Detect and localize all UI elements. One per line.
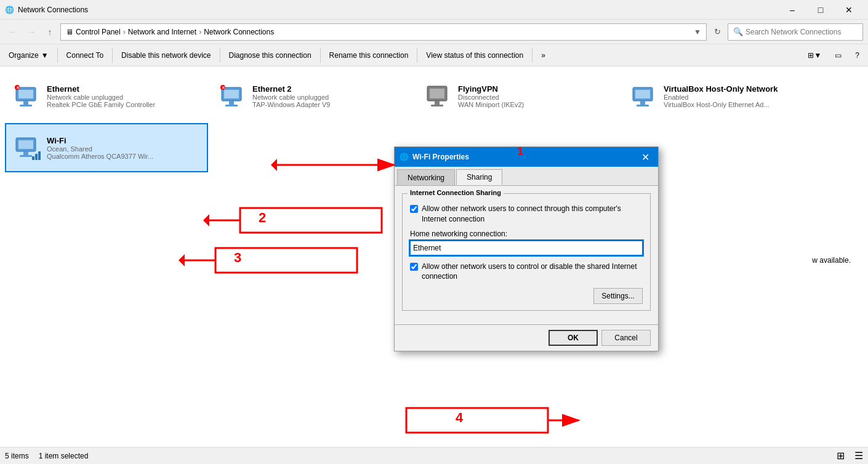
rename-button[interactable]: Rename this connection xyxy=(323,47,415,64)
title-bar: 🌐 Network Connections – □ ✕ xyxy=(0,0,868,20)
window-title: Network Connections xyxy=(18,6,88,14)
help-button[interactable]: ? xyxy=(849,47,866,64)
view-status-button[interactable]: View status of this connection xyxy=(420,47,529,64)
tab-sharing[interactable]: Sharing xyxy=(456,169,502,185)
view-icon-2[interactable]: ☰ xyxy=(854,450,863,462)
breadcrumb-icon: 🖥 xyxy=(66,28,73,36)
toolbar-separator-6 xyxy=(532,48,532,63)
checkbox2-row: Allow other network users to control or … xyxy=(410,262,643,282)
search-icon: 🔍 xyxy=(733,27,743,36)
close-button[interactable]: ✕ xyxy=(835,0,863,20)
connect-to-button[interactable]: Connect To xyxy=(60,47,110,64)
allow-control-checkbox[interactable] xyxy=(410,263,418,271)
view-icon-1[interactable]: ⊞ xyxy=(837,450,845,462)
forward-button[interactable]: → xyxy=(23,24,39,40)
status-count: 5 items xyxy=(5,452,29,460)
more-button[interactable]: » xyxy=(535,47,552,64)
status-selected: 1 item selected xyxy=(39,452,89,460)
dialog-content: Internet Connection Sharing Allow other … xyxy=(395,186,658,324)
refresh-button[interactable]: ↻ xyxy=(709,24,725,40)
address-bar: ← → ↑ 🖥 Control Panel › Network and Inte… xyxy=(0,20,868,44)
toolbar: Organize ▼ Connect To Disable this netwo… xyxy=(0,44,868,66)
toolbar-separator-2 xyxy=(112,48,113,63)
address-path[interactable]: 🖥 Control Panel › Network and Internet ›… xyxy=(60,23,707,41)
search-input[interactable] xyxy=(745,28,858,36)
toolbar-separator-4 xyxy=(320,48,321,63)
tab-networking[interactable]: Networking xyxy=(397,169,455,185)
dialog-tabs: Networking Sharing xyxy=(395,167,658,186)
address-dropdown-icon[interactable]: ▼ xyxy=(694,28,701,36)
organize-dropdown-icon: ▼ xyxy=(41,51,49,60)
dialog-titlebar: 🌐 Wi-Fi Properties ✕ xyxy=(395,147,658,167)
app-icon: 🌐 xyxy=(5,6,14,14)
group-box-title: Internet Connection Sharing xyxy=(408,189,504,196)
dialog-icon: 🌐 xyxy=(400,153,409,161)
disable-device-button[interactable]: Disable this network device xyxy=(115,47,217,64)
breadcrumb-network-internet[interactable]: Network and Internet xyxy=(128,28,196,36)
diagnose-button[interactable]: Diagnose this connection xyxy=(223,47,318,64)
checkbox1-label: Allow other network users to connect thr… xyxy=(422,204,643,225)
dialog-buttons: OK Cancel xyxy=(395,324,658,351)
organize-button[interactable]: Organize ▼ xyxy=(2,47,55,64)
status-bar: 5 items 1 item selected ⊞ ☰ xyxy=(0,447,868,464)
preview-pane-button[interactable]: ▭ xyxy=(829,47,848,64)
search-bar: 🔍 xyxy=(728,23,863,41)
back-button[interactable]: ← xyxy=(5,24,21,40)
home-network-label: Home networking connection: xyxy=(410,230,643,238)
minimize-button[interactable]: – xyxy=(778,0,806,20)
allow-sharing-checkbox[interactable] xyxy=(410,205,418,213)
home-network-input[interactable] xyxy=(410,241,643,255)
toolbar-separator-1 xyxy=(57,48,58,63)
maximize-button[interactable]: □ xyxy=(806,0,835,20)
breadcrumb-network-connections[interactable]: Network Connections xyxy=(204,28,274,36)
wifi-properties-dialog: 🌐 Wi-Fi Properties ✕ Networking Sharing … xyxy=(394,146,659,351)
dialog-close-button[interactable]: ✕ xyxy=(637,149,653,165)
breadcrumb-control-panel[interactable]: Control Panel xyxy=(76,28,121,36)
view-options-button[interactable]: ⊞▼ xyxy=(802,47,827,64)
checkbox1-row: Allow other network users to connect thr… xyxy=(410,204,643,225)
internet-connection-sharing-group: Internet Connection Sharing Allow other … xyxy=(402,193,651,311)
checkbox2-label: Allow other network users to control or … xyxy=(422,262,643,282)
toolbar-separator-5 xyxy=(417,48,417,63)
up-button[interactable]: ↑ xyxy=(42,24,58,40)
ok-button[interactable]: OK xyxy=(549,330,598,346)
cancel-button[interactable]: Cancel xyxy=(601,330,651,346)
settings-button[interactable]: Settings... xyxy=(593,288,643,304)
dialog-title: Wi-Fi Properties xyxy=(412,153,469,161)
dialog-overlay: 🌐 Wi-Fi Properties ✕ Networking Sharing … xyxy=(0,66,868,447)
toolbar-separator-3 xyxy=(220,48,220,63)
main-content: ✕ Ethernet Network cable unplugged Realt… xyxy=(0,66,868,447)
